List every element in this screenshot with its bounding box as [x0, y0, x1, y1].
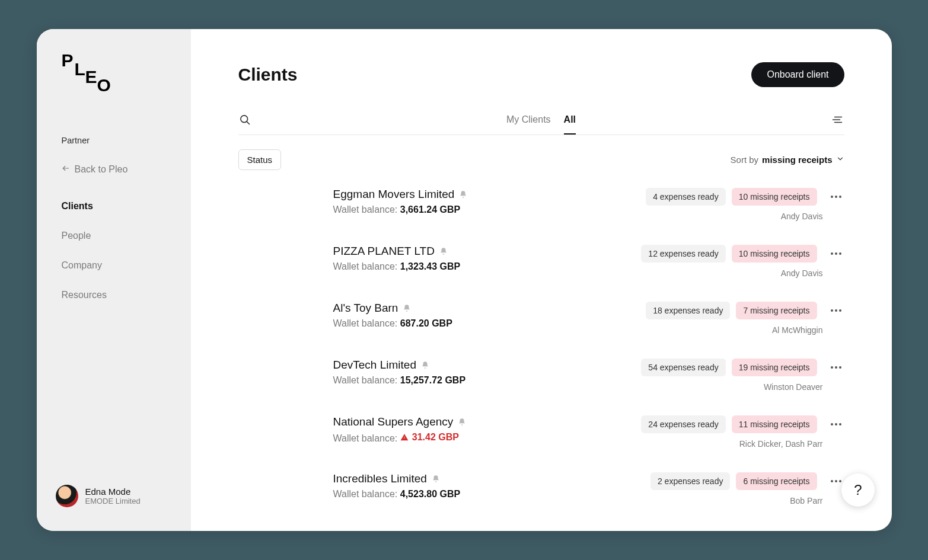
client-info: National Supers AgencyWallet balance: 31… — [333, 415, 467, 444]
expenses-ready-badge: 2 expenses ready — [650, 472, 731, 490]
client-assignee: Andy Davis — [781, 268, 823, 278]
client-name: Eggman Movers Limited — [333, 188, 468, 201]
brand-block: PLEO — [37, 53, 191, 100]
expenses-ready-badge: 24 expenses ready — [641, 415, 725, 433]
client-name-text: Eggman Movers Limited — [333, 188, 455, 201]
wallet-balance: Wallet balance: 15,257.72 GBP — [333, 375, 466, 386]
client-assignee: Al McWhiggin — [772, 325, 823, 335]
badges-row: 24 expenses ready11 missing receipts — [641, 415, 844, 433]
back-to-pleo-label: Back to Pleo — [75, 164, 128, 175]
client-right: 2 expenses ready6 missing receiptsBob Pa… — [650, 472, 844, 505]
wallet-label: Wallet balance: — [333, 489, 400, 499]
bell-icon[interactable] — [421, 361, 429, 369]
client-name-text: PIZZA PLANET LTD — [333, 245, 435, 258]
wallet-label: Wallet balance: — [333, 375, 400, 385]
wallet-label: Wallet balance: — [333, 204, 400, 215]
onboard-client-button[interactable]: Onboard client — [751, 62, 844, 87]
client-name-text: Incredibles Limited — [333, 472, 427, 485]
wallet-label: Wallet balance: — [333, 261, 400, 271]
toolbar: My Clients All — [238, 113, 844, 135]
client-right: 54 expenses ready19 missing receiptsWins… — [641, 359, 844, 392]
sidebar-nav: Back to Pleo Clients People Company Reso… — [37, 158, 191, 310]
missing-receipts-badge: 11 missing receipts — [732, 415, 817, 433]
wallet-value: 15,257.72 GBP — [400, 375, 465, 385]
sidebar-item-clients[interactable]: Clients — [37, 191, 191, 221]
more-actions-icon[interactable] — [828, 423, 844, 425]
client-right: 12 expenses ready10 missing receiptsAndy… — [641, 245, 844, 278]
sidebar-item-people[interactable]: People — [37, 221, 191, 251]
client-row[interactable]: National Supers AgencyWallet balance: 31… — [333, 415, 844, 449]
sidebar-item-label: Resources — [62, 290, 107, 300]
more-actions-icon[interactable] — [828, 309, 844, 312]
wallet-balance: Wallet balance: 3,661.24 GBP — [333, 204, 468, 215]
client-info: Al's Toy BarnWallet balance: 687.20 GBP — [333, 302, 452, 329]
expenses-ready-badge: 12 expenses ready — [641, 245, 725, 263]
help-button[interactable]: ? — [841, 473, 875, 507]
missing-receipts-badge: 10 missing receipts — [732, 188, 817, 206]
client-name-text: DevTech Limited — [333, 359, 416, 372]
search-icon[interactable] — [238, 113, 251, 126]
sort-dropdown[interactable]: Sort by missing receipts — [731, 155, 844, 165]
app-window: PLEO Partner Back to Pleo Clients People… — [37, 29, 892, 531]
sidebar-item-label: People — [62, 231, 91, 241]
more-actions-icon[interactable] — [828, 480, 844, 482]
client-name: Incredibles Limited — [333, 472, 461, 485]
status-filter[interactable]: Status — [238, 149, 282, 170]
filter-icon[interactable] — [831, 113, 844, 126]
user-name: Edna Mode — [85, 487, 141, 497]
arrow-left-icon — [62, 164, 70, 175]
client-right: 4 expenses ready10 missing receiptsAndy … — [646, 188, 844, 221]
expenses-ready-badge: 4 expenses ready — [646, 188, 726, 206]
client-name: DevTech Limited — [333, 359, 466, 372]
client-assignee: Bob Parr — [790, 496, 822, 505]
wallet-balance: Wallet balance: 4,523.80 GBP — [333, 489, 461, 500]
tab-my-clients[interactable]: My Clients — [506, 114, 551, 135]
wallet-balance: Wallet balance: 1,323.43 GBP — [333, 261, 461, 272]
subbar: Status Sort by missing receipts — [238, 149, 844, 170]
client-row[interactable]: PIZZA PLANET LTDWallet balance: 1,323.43… — [333, 245, 844, 278]
missing-receipts-badge: 6 missing receipts — [736, 472, 817, 490]
client-list: Eggman Movers LimitedWallet balance: 3,6… — [238, 188, 844, 505]
sidebar-item-company[interactable]: Company — [37, 251, 191, 280]
wallet-balance: Wallet balance: 31.42 GBP — [333, 432, 467, 444]
missing-receipts-badge: 19 missing receipts — [732, 359, 817, 376]
client-row[interactable]: Al's Toy BarnWallet balance: 687.20 GBP1… — [333, 302, 844, 335]
sort-prefix: Sort by — [731, 155, 759, 165]
bell-icon[interactable] — [432, 475, 440, 483]
more-actions-icon[interactable] — [828, 366, 844, 369]
expenses-ready-badge: 54 expenses ready — [641, 359, 725, 376]
missing-receipts-badge: 7 missing receipts — [736, 302, 817, 319]
wallet-value: 4,523.80 GBP — [400, 489, 460, 499]
client-name-text: National Supers Agency — [333, 415, 454, 428]
client-row[interactable]: Eggman Movers LimitedWallet balance: 3,6… — [333, 188, 844, 221]
bell-icon[interactable] — [403, 304, 411, 312]
sidebar: PLEO Partner Back to Pleo Clients People… — [37, 29, 191, 531]
client-row[interactable]: DevTech LimitedWallet balance: 15,257.72… — [333, 359, 844, 392]
expenses-ready-badge: 18 expenses ready — [646, 302, 730, 319]
user-footer[interactable]: Edna Mode EMODE Limited — [37, 485, 191, 517]
wallet-label: Wallet balance: — [333, 433, 400, 443]
back-to-pleo-link[interactable]: Back to Pleo — [37, 158, 191, 181]
badges-row: 4 expenses ready10 missing receipts — [646, 188, 844, 206]
client-assignee: Andy Davis — [781, 212, 823, 221]
bell-icon[interactable] — [459, 190, 467, 199]
wallet-label: Wallet balance: — [333, 318, 400, 328]
sidebar-item-label: Company — [62, 260, 102, 271]
sidebar-item-resources[interactable]: Resources — [37, 280, 191, 310]
wallet-value: 1,323.43 GBP — [400, 261, 460, 271]
svg-line-2 — [247, 121, 249, 124]
missing-receipts-badge: 10 missing receipts — [732, 245, 817, 263]
bell-icon[interactable] — [439, 247, 448, 255]
avatar — [56, 485, 78, 507]
client-right: 18 expenses ready7 missing receiptsAl Mc… — [646, 302, 844, 335]
client-info: PIZZA PLANET LTDWallet balance: 1,323.43… — [333, 245, 461, 272]
wallet-balance: Wallet balance: 687.20 GBP — [333, 318, 452, 329]
more-actions-icon[interactable] — [828, 196, 844, 198]
client-assignee: Rick Dicker, Dash Parr — [739, 439, 823, 449]
client-row[interactable]: Incredibles LimitedWallet balance: 4,523… — [333, 472, 844, 505]
bell-icon[interactable] — [458, 418, 466, 426]
tab-all[interactable]: All — [564, 114, 576, 135]
tabs: My Clients All — [506, 114, 576, 125]
client-right: 24 expenses ready11 missing receiptsRick… — [641, 415, 844, 449]
more-actions-icon[interactable] — [828, 252, 844, 255]
